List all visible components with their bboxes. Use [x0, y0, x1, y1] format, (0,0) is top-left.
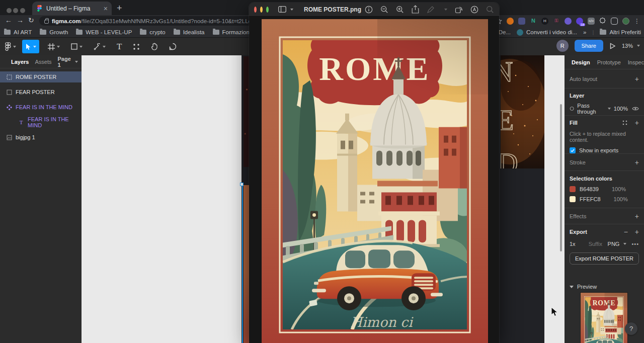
search-icon: [486, 6, 494, 14]
bookmark-formazione[interactable]: Formazione: [213, 29, 253, 35]
zoom-in-icon[interactable]: [396, 6, 404, 14]
resources-tool[interactable]: [127, 38, 145, 55]
key-extension-icon[interactable]: ⚿: [553, 18, 560, 25]
fill-styles-icon[interactable]: [622, 120, 628, 126]
rome-poster-frame-edge[interactable]: [244, 185, 249, 343]
zoom-menu[interactable]: 13%: [622, 43, 640, 49]
user-avatar[interactable]: R: [556, 40, 569, 52]
bookmark-altri-preferiti[interactable]: Altri Preferiti: [600, 29, 641, 35]
markup-toolbar-icon[interactable]: [470, 6, 478, 14]
export-rome-poster-button[interactable]: Export ROME POSTER: [570, 252, 639, 265]
sidepanel-icon[interactable]: [611, 18, 618, 25]
selection-color-row[interactable]: B64839 100%: [570, 186, 639, 192]
fill-section-label: Fill: [570, 120, 578, 126]
export-scale-select[interactable]: 1x: [570, 241, 576, 247]
layer-row-rome-poster[interactable]: ROME POSTER: [0, 71, 82, 82]
rotate-icon[interactable]: [455, 6, 463, 14]
metamask-extension-icon[interactable]: [507, 18, 514, 25]
layer-row-fear-component[interactable]: FEAR IS IN THE MIND: [0, 102, 82, 113]
remove-export-icon[interactable]: −: [624, 228, 628, 236]
share-button[interactable]: Share: [575, 40, 603, 52]
cloud-extension-icon[interactable]: [565, 18, 572, 25]
add-export-icon[interactable]: +: [635, 228, 639, 236]
code-extension-icon[interactable]: </>: [588, 18, 595, 25]
bookmark-growth[interactable]: Growth: [40, 29, 68, 35]
preview-disclosure[interactable]: Preview: [570, 284, 639, 290]
add-fill-icon[interactable]: +: [635, 119, 639, 127]
fear-poster-left-edge[interactable]: [244, 56, 249, 167]
layer-row-fear-poster[interactable]: FEAR POSTER: [0, 87, 82, 98]
design-panel: Design Prototype Inspect Auto layout + L…: [565, 55, 644, 343]
export-options-icon[interactable]: •••: [631, 241, 639, 247]
help-button[interactable]: ?: [625, 322, 637, 335]
share-icon[interactable]: [412, 5, 419, 14]
layer-opacity-input[interactable]: 100%: [614, 106, 628, 112]
checkbox-checked-icon[interactable]: [570, 147, 576, 153]
figma-main-menu[interactable]: [0, 38, 18, 55]
bookmark-web-level-up[interactable]: WEB - LEVEL-UP: [76, 29, 132, 35]
blend-mode-icon[interactable]: [570, 106, 574, 112]
selection-handle[interactable]: [240, 183, 244, 186]
page-selector[interactable]: Page 1: [58, 56, 78, 68]
zoom-out-icon[interactable]: [380, 6, 388, 14]
color-swatch[interactable]: [570, 186, 576, 192]
window-minimize-button[interactable]: [13, 8, 18, 13]
browser-tab[interactable]: Untitled – Figma ×: [32, 2, 112, 15]
wallet-extension-icon[interactable]: [518, 18, 525, 25]
preview-titlebar[interactable]: ROME POSTER.png: [249, 3, 499, 17]
tab-assets[interactable]: Assets: [35, 59, 51, 65]
layer-row-bigjpg[interactable]: bigjpg 1: [0, 132, 82, 143]
bookmark-ai-art[interactable]: AI ART: [4, 29, 32, 35]
visibility-eye-icon[interactable]: [632, 106, 639, 111]
bookmark-idealista[interactable]: Idealista: [174, 29, 205, 35]
badge-extension-icon[interactable]: 18: [576, 18, 583, 25]
minimize-window-button[interactable]: [260, 7, 263, 13]
n-extension-icon[interactable]: N: [530, 18, 537, 25]
back-icon[interactable]: ←: [5, 16, 12, 24]
tab-prototype[interactable]: Prototype: [597, 59, 621, 65]
canvas-scrollbar[interactable]: [560, 104, 562, 251]
canvas-frame-bigjpg[interactable]: [82, 55, 242, 343]
window-close-button[interactable]: [7, 8, 12, 13]
hand-tool[interactable]: [145, 38, 164, 55]
frame-tool[interactable]: [42, 38, 65, 55]
new-tab-button[interactable]: +: [117, 3, 122, 14]
bookmark-converti-video[interactable]: Converti i video di...: [517, 29, 577, 36]
sidebar-toggle[interactable]: [278, 6, 293, 13]
preview-window[interactable]: ROME POSTER.png: [249, 3, 499, 343]
tab-design[interactable]: Design: [572, 59, 590, 65]
add-stroke-icon[interactable]: +: [635, 158, 639, 166]
color-swatch[interactable]: [570, 196, 576, 202]
close-window-button[interactable]: [254, 7, 257, 13]
show-in-exports-row[interactable]: Show in exports: [570, 147, 639, 153]
blend-mode-select[interactable]: Pass through: [577, 103, 603, 115]
info-icon[interactable]: [365, 6, 373, 14]
maximize-window-button[interactable]: [266, 7, 269, 13]
browser-menu-icon[interactable]: ⋮: [634, 18, 640, 25]
text-tool[interactable]: T: [111, 38, 127, 55]
forward-icon[interactable]: →: [17, 16, 24, 24]
extensions-puzzle-icon[interactable]: [599, 18, 606, 25]
export-format-select[interactable]: PNG: [608, 241, 620, 247]
shape-tool[interactable]: [65, 38, 88, 55]
window-zoom-button[interactable]: [20, 8, 25, 13]
add-auto-layout-icon[interactable]: +: [635, 75, 639, 83]
h-extension-icon[interactable]: H: [541, 18, 548, 25]
export-suffix-input[interactable]: Suffix: [589, 241, 602, 247]
fear-poster-partial[interactable]: [501, 55, 544, 168]
tab-inspect[interactable]: Inspect: [628, 59, 644, 65]
present-icon[interactable]: [609, 43, 616, 49]
tab-layers[interactable]: Layers: [11, 59, 29, 65]
profile-avatar[interactable]: [622, 18, 629, 25]
move-tool[interactable]: [22, 40, 39, 53]
bookmarks-overflow-icon[interactable]: »: [583, 29, 586, 35]
layer-row-fear-text[interactable]: T FEAR IS IN THE MIND: [0, 117, 82, 128]
add-effect-icon[interactable]: +: [635, 212, 639, 220]
folder-icon: [76, 30, 83, 35]
comment-tool[interactable]: [164, 38, 182, 55]
selection-color-row[interactable]: FFEFC8 100%: [570, 196, 639, 202]
tab-close-icon[interactable]: ×: [104, 5, 108, 12]
bookmark-crypto[interactable]: crypto: [140, 29, 165, 35]
pen-tool[interactable]: [88, 38, 111, 55]
reload-icon[interactable]: ↻: [28, 16, 34, 24]
